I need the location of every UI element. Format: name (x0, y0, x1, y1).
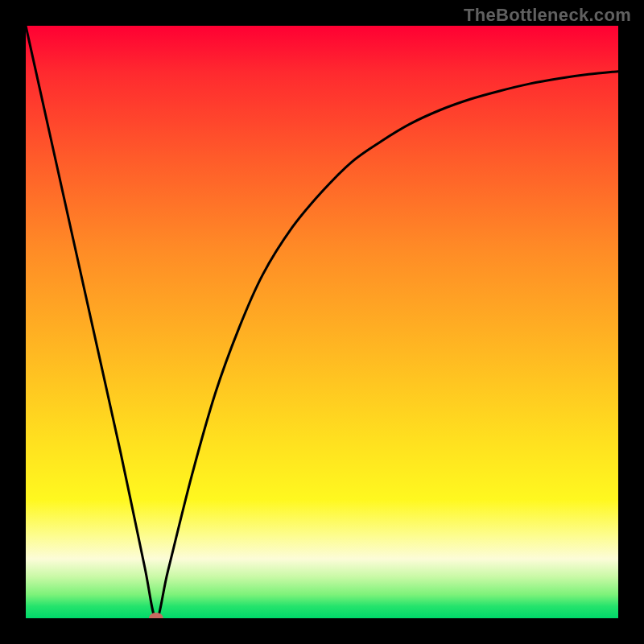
bottleneck-curve (26, 26, 618, 618)
watermark-text: TheBottleneck.com (464, 5, 631, 26)
chart-frame: TheBottleneck.com (0, 0, 644, 644)
plot-area (26, 26, 618, 618)
curve-layer (26, 26, 618, 618)
minimum-marker-icon (149, 613, 163, 618)
